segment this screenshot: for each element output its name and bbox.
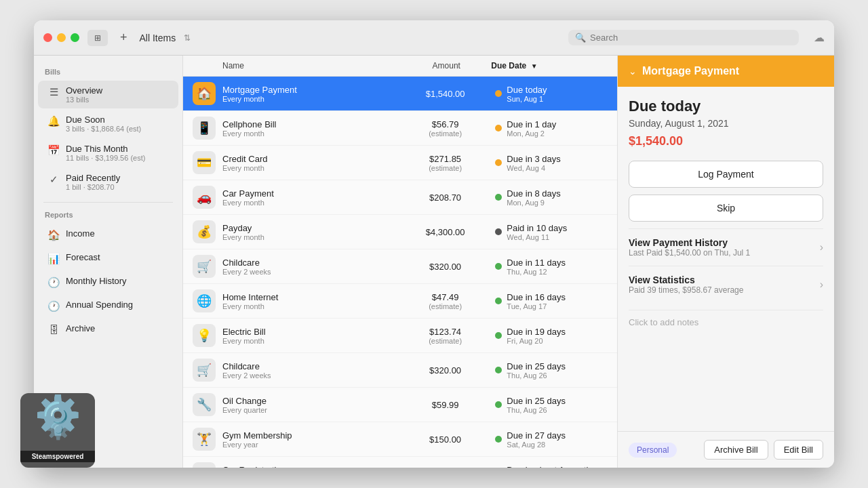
table-row[interactable]: 🏋 Gym Membership Every year $150.00 Due … xyxy=(183,422,617,457)
col-header-name: Name xyxy=(222,61,401,70)
due-soon-icon: 🔔 xyxy=(47,115,60,127)
bill-amount-est: (estimate) xyxy=(402,164,488,172)
sidebar-item-paid-recently[interactable]: ✓ Paid Recently 1 bill · $208.70 xyxy=(38,168,178,196)
bill-freq: Every 2 weeks xyxy=(222,371,395,380)
bill-due-label: Due in 27 days xyxy=(507,430,566,441)
due-soon-label: Due Soon xyxy=(66,115,141,125)
income-icon: 🏠 xyxy=(47,229,60,241)
bill-freq: Every month xyxy=(222,233,395,241)
bill-icon: 💡 xyxy=(193,324,216,347)
table-row[interactable]: 💰 Payday Every month $4,300.00 Paid in 1… xyxy=(183,215,617,249)
table-row[interactable]: 🏠 Mortgage Payment Every month $1,540.00… xyxy=(183,77,617,111)
bill-name: Cellphone Bill xyxy=(222,119,395,129)
bill-due-label: Due in 1 day xyxy=(507,119,556,129)
paid-recently-sub: 1 bill · $208.70 xyxy=(66,183,120,191)
bill-amount: $320.00 xyxy=(402,365,488,375)
traffic-lights xyxy=(43,33,79,42)
statistics-title: View Statistics xyxy=(629,274,813,285)
due-dot-icon xyxy=(495,159,502,166)
minimize-button[interactable] xyxy=(57,33,66,42)
bill-due-label: Due in 11 days xyxy=(507,258,566,268)
col-header-amount: Amount xyxy=(401,61,491,70)
due-dot-icon xyxy=(495,401,502,408)
bill-icon: 🛒 xyxy=(193,255,216,278)
table-row[interactable]: 🛒 Childcare Every 2 weeks $320.00 Due in… xyxy=(183,353,617,388)
edit-bill-button[interactable]: Edit Bill xyxy=(774,440,823,460)
col-header-duedate[interactable]: Due Date ▼ xyxy=(491,61,608,70)
close-button[interactable] xyxy=(43,33,52,42)
bill-freq: Every month xyxy=(222,129,395,138)
search-input[interactable] xyxy=(590,33,792,43)
due-soon-sub: 3 bills · $1,868.64 (est) xyxy=(66,125,141,133)
sidebar-item-due-this-month[interactable]: 📅 Due This Month 11 bills · $3,199.56 (e… xyxy=(38,139,178,167)
view-payment-history-row[interactable]: View Payment History Last Paid $1,540.00… xyxy=(629,228,823,266)
overview-label: Overview xyxy=(66,85,102,96)
sidebar-item-forecast[interactable]: 📊 Forecast xyxy=(38,247,178,270)
bill-icon: 🏠 xyxy=(193,82,216,105)
panel-body: Due today Sunday, August 1, 2021 $1,540.… xyxy=(618,87,834,431)
titlebar: ⊞ + All Items ⇅ 🔍 ☁ xyxy=(34,20,834,56)
notes-field[interactable]: Click to add notes xyxy=(629,310,823,334)
sidebar-item-monthly-history[interactable]: 🕐 Monthly History xyxy=(38,271,178,293)
due-dot-icon xyxy=(495,298,502,304)
sidebar-item-annual-spending[interactable]: 🕐 Annual Spending xyxy=(38,295,178,317)
table-row[interactable]: 🛒 Childcare Every 2 weeks $320.00 Due in… xyxy=(183,249,617,284)
all-items-label: All Items xyxy=(140,33,176,43)
bill-amount: $208.70 xyxy=(402,192,488,203)
sidebar-item-due-soon[interactable]: 🔔 Due Soon 3 bills · $1,868.64 (est) xyxy=(38,110,178,138)
archive-bill-button[interactable]: Archive Bill xyxy=(704,440,768,460)
archive-icon: 🗄 xyxy=(47,324,60,336)
bill-amount-est: (estimate) xyxy=(402,129,488,138)
due-dot-icon xyxy=(495,436,502,443)
bill-amount: $47.49 xyxy=(402,292,488,302)
due-this-month-label: Due This Month xyxy=(66,144,145,154)
panel-due-label: Due today xyxy=(629,98,823,115)
table-row[interactable]: 🔧 Oil Change Every quarter $59.99 Due in… xyxy=(183,388,617,422)
statistics-sub: Paid 39 times, $958.67 average xyxy=(629,285,813,295)
panel-header-title: Mortgage Payment xyxy=(642,65,739,77)
table-row[interactable]: 💳 Credit Card Every month $271.85 (estim… xyxy=(183,146,617,180)
table-row[interactable]: 📱 Cellphone Bill Every month $56.79 (est… xyxy=(183,111,617,146)
bill-due-label: Due today xyxy=(507,85,547,95)
table-row[interactable]: 🌐 Home Internet Every month $47.49 (esti… xyxy=(183,284,617,319)
sort-arrows[interactable]: ⇅ xyxy=(184,33,191,43)
bill-icon: 🏋 xyxy=(193,428,216,451)
bill-freq: Every month xyxy=(222,199,395,207)
tag-badge[interactable]: Personal xyxy=(629,443,677,458)
forecast-icon: 📊 xyxy=(47,253,60,265)
bill-amount-est: (estimate) xyxy=(402,302,488,310)
bill-icon: 🛒 xyxy=(193,359,216,382)
bill-icon: 📱 xyxy=(193,117,216,140)
sidebar-section-bills: Bills xyxy=(34,65,182,80)
view-statistics-row[interactable]: View Statistics Paid 39 times, $958.67 a… xyxy=(629,266,823,303)
bill-icon: 🌐 xyxy=(193,289,216,312)
bill-amount: $4,300.00 xyxy=(402,227,488,237)
log-payment-button[interactable]: Log Payment xyxy=(629,161,823,188)
maximize-button[interactable] xyxy=(71,33,79,42)
sidebar-item-overview[interactable]: ☰ Overview 13 bills xyxy=(38,81,178,108)
bill-due-date: Thu, Aug 26 xyxy=(507,371,566,380)
add-bill-button[interactable]: + xyxy=(116,29,132,46)
bill-due-date: Sun, Aug 1 xyxy=(507,95,547,103)
bill-freq: Every month xyxy=(222,95,395,103)
overview-sub: 13 bills xyxy=(66,96,102,104)
due-dot-icon xyxy=(495,332,502,339)
sidebar-item-archive[interactable]: 🗄 Archive xyxy=(38,319,178,340)
bill-due-label: Due in 25 days xyxy=(507,396,566,406)
payment-history-title: View Payment History xyxy=(629,237,813,248)
bill-freq: Every month xyxy=(222,164,395,172)
panel-header: ⌄ Mortgage Payment xyxy=(618,56,834,87)
bill-due-label: Due in 3 days xyxy=(507,154,561,164)
sidebar-item-income[interactable]: 🏠 Income xyxy=(38,224,178,246)
annual-spending-icon: 🕐 xyxy=(47,300,60,312)
bill-amount-est: (estimate) xyxy=(402,337,488,345)
sidebar-toggle-button[interactable]: ⊞ xyxy=(87,30,108,46)
table-row[interactable]: 🚗 Car Registration Every year $101.00 Du… xyxy=(183,457,617,468)
table-row[interactable]: 🚗 Car Payment Every month $208.70 Due in… xyxy=(183,180,617,215)
sidebar-section-reports: Reports xyxy=(34,208,182,223)
search-icon: 🔍 xyxy=(575,33,586,43)
skip-button[interactable]: Skip xyxy=(629,195,823,222)
due-dot-icon xyxy=(495,263,502,270)
bill-due-date: Mon, Aug 9 xyxy=(507,199,561,207)
table-row[interactable]: 💡 Electric Bill Every month $123.74 (est… xyxy=(183,319,617,353)
